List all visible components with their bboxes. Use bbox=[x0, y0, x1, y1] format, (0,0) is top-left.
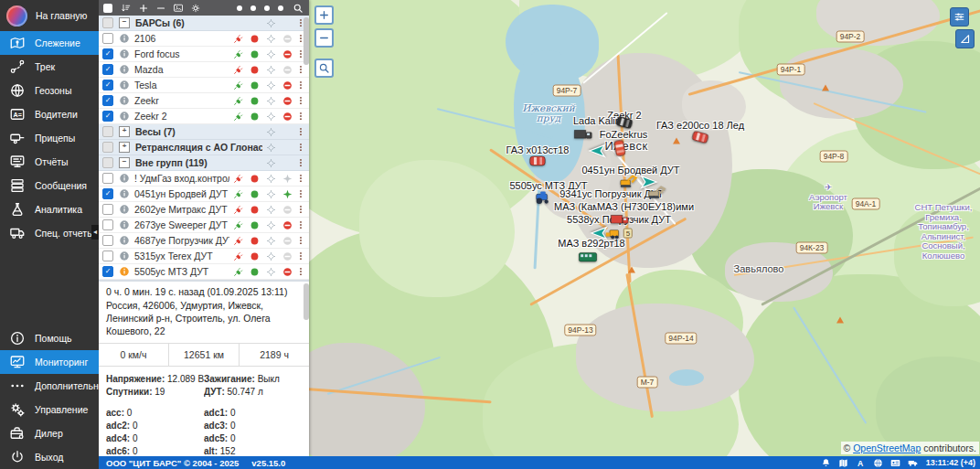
list-scrollbar[interactable] bbox=[304, 17, 309, 65]
unit-checkbox[interactable]: ✓ bbox=[102, 48, 113, 59]
row-menu-kebab-icon[interactable] bbox=[295, 143, 306, 152]
group-expander[interactable]: − bbox=[119, 157, 130, 168]
map-vehicle-marker-excavator[interactable] bbox=[619, 174, 639, 188]
sidebar-item-exit[interactable]: Выход bbox=[0, 445, 99, 469]
unit-info-icon[interactable] bbox=[119, 64, 130, 75]
fit-map-icon[interactable] bbox=[171, 2, 185, 14]
locate-diamond-icon[interactable] bbox=[262, 34, 279, 44]
map-vehicle-marker-car[interactable] bbox=[527, 154, 548, 168]
sidebar-item-tracking[interactable]: Слежение bbox=[0, 31, 99, 55]
group-checkbox[interactable] bbox=[102, 17, 113, 28]
unit-row[interactable]: ✓0451ун Бродвей ДУТ bbox=[99, 187, 309, 202]
locate-diamond-icon[interactable] bbox=[262, 80, 279, 91]
unit-checkbox[interactable] bbox=[102, 173, 113, 184]
locate-diamond-icon[interactable] bbox=[262, 49, 279, 59]
sidebar-item-dealer[interactable]: Дилер bbox=[0, 421, 99, 445]
locate-diamond-icon[interactable] bbox=[262, 96, 279, 106]
unit-info-icon[interactable] bbox=[119, 235, 130, 246]
select-all-checkbox[interactable] bbox=[103, 4, 112, 13]
group-checkbox[interactable] bbox=[102, 142, 113, 153]
map-canvas[interactable]: Zeekr 2Lada KalinaFoZeekrusИжевскГАЗ е20… bbox=[309, 0, 980, 456]
locate-diamond-icon[interactable] bbox=[262, 251, 279, 261]
osm-link[interactable]: OpenStreetMap bbox=[853, 442, 921, 453]
sidebar-item-geozones[interactable]: Геозоны bbox=[0, 79, 99, 102]
unit-row[interactable]: 2106 bbox=[99, 31, 309, 47]
sidebar-item-reports[interactable]: Отчёты bbox=[0, 150, 99, 174]
row-menu-kebab-icon[interactable] bbox=[295, 158, 306, 167]
locate-diamond-icon[interactable] bbox=[262, 205, 279, 215]
unit-checkbox[interactable]: ✓ bbox=[102, 111, 113, 122]
row-menu-kebab-icon[interactable] bbox=[295, 189, 306, 198]
remove-icon[interactable] bbox=[154, 2, 167, 14]
unit-checkbox[interactable]: ✓ bbox=[102, 266, 113, 277]
sidebar-item-track[interactable]: Трек bbox=[0, 55, 99, 79]
bell-icon[interactable] bbox=[821, 458, 832, 468]
search-units-icon[interactable] bbox=[291, 2, 304, 14]
info-scrollbar[interactable] bbox=[304, 283, 309, 320]
unit-checkbox[interactable] bbox=[102, 250, 113, 261]
unit-info-icon[interactable] bbox=[119, 111, 130, 122]
map-vehicle-marker-loader[interactable] bbox=[604, 225, 624, 240]
unit-row[interactable]: ✓Mazda bbox=[99, 62, 309, 78]
unit-row[interactable]: ✓Tesla bbox=[99, 78, 309, 93]
group-checkbox[interactable] bbox=[102, 126, 113, 137]
locate-diamond-icon[interactable] bbox=[262, 236, 279, 246]
map-vehicle-marker-excavator[interactable] bbox=[647, 185, 667, 199]
sidebar-item-help[interactable]: Помощь bbox=[0, 326, 99, 350]
group-row[interactable]: +Ретрансляция с АО Глонасс. (7) bbox=[99, 140, 309, 155]
sidebar-item-drivers[interactable]: A=Водители bbox=[0, 102, 99, 126]
zoom-in-button[interactable] bbox=[314, 5, 334, 25]
locate-diamond-icon[interactable] bbox=[262, 18, 279, 28]
sidebar-item-trailers[interactable]: Прицепы bbox=[0, 126, 99, 150]
measure-ruler-button[interactable] bbox=[955, 29, 975, 48]
sidebar-item-home[interactable]: На главную bbox=[0, 0, 99, 31]
unit-info-icon[interactable] bbox=[119, 48, 130, 59]
locate-diamond-icon[interactable] bbox=[262, 220, 279, 230]
unit-checkbox[interactable] bbox=[102, 33, 113, 44]
locate-diamond-icon[interactable] bbox=[262, 267, 279, 277]
unit-row[interactable]: ✓5505ус МТЗ ДУТ bbox=[99, 264, 309, 280]
sidebar-item-messages[interactable]: Сообщения bbox=[0, 174, 99, 197]
row-menu-kebab-icon[interactable] bbox=[295, 205, 306, 214]
locate-diamond-icon[interactable] bbox=[262, 127, 279, 137]
unit-checkbox[interactable] bbox=[102, 219, 113, 230]
group-row[interactable]: −Вне групп (119) bbox=[99, 155, 309, 171]
unit-info-icon[interactable] bbox=[119, 219, 130, 230]
group-row[interactable]: −БАРСы (6) bbox=[99, 16, 309, 31]
zoom-out-button[interactable] bbox=[314, 28, 334, 48]
unit-row[interactable]: 2673уе Sweeper ДУТ bbox=[99, 218, 309, 233]
unit-row[interactable]: ✓Zeekr 2 bbox=[99, 109, 309, 124]
unit-checkbox[interactable] bbox=[102, 235, 113, 246]
map-vehicle-marker-arrow[interactable] bbox=[588, 144, 608, 158]
group-expander[interactable]: − bbox=[119, 17, 130, 28]
unit-checkbox[interactable]: ✓ bbox=[102, 80, 113, 91]
unit-row[interactable]: 2602уе Митракс ДУТ bbox=[99, 202, 309, 218]
sidebar-item-analytics[interactable]: Аналитика bbox=[0, 197, 99, 221]
locate-diamond-icon[interactable] bbox=[262, 189, 279, 199]
row-menu-kebab-icon[interactable] bbox=[295, 65, 306, 74]
font-a-icon[interactable]: A bbox=[856, 458, 867, 468]
unit-row[interactable]: ✓Ford focus bbox=[99, 47, 309, 62]
row-menu-kebab-icon[interactable] bbox=[295, 96, 306, 105]
settings-gear-icon[interactable] bbox=[188, 2, 202, 14]
row-menu-kebab-icon[interactable] bbox=[295, 236, 306, 245]
group-expander[interactable]: + bbox=[119, 142, 130, 153]
unit-row[interactable]: ✓Zeekr bbox=[99, 93, 309, 109]
unit-checkbox[interactable]: ✓ bbox=[102, 188, 113, 199]
unit-row[interactable]: 4687уе Погрузчик ДУТ bbox=[99, 233, 309, 249]
unit-checkbox[interactable]: ✓ bbox=[102, 95, 113, 106]
group-checkbox[interactable] bbox=[102, 157, 113, 168]
unit-info-icon[interactable] bbox=[119, 95, 130, 106]
unit-row[interactable]: 5315ух Terex ДУТ bbox=[99, 249, 309, 264]
unit-info-icon[interactable] bbox=[119, 204, 130, 215]
home-menu-icon[interactable] bbox=[91, 8, 95, 23]
map-icon[interactable] bbox=[838, 458, 849, 468]
row-menu-kebab-icon[interactable] bbox=[295, 112, 306, 121]
locate-diamond-icon[interactable] bbox=[262, 143, 279, 153]
row-menu-kebab-icon[interactable] bbox=[295, 267, 306, 276]
row-menu-kebab-icon[interactable] bbox=[295, 220, 306, 229]
locate-diamond-icon[interactable] bbox=[262, 65, 279, 75]
map-search-button[interactable] bbox=[314, 59, 334, 78]
row-menu-kebab-icon[interactable] bbox=[295, 174, 306, 183]
unit-checkbox[interactable] bbox=[102, 204, 113, 215]
